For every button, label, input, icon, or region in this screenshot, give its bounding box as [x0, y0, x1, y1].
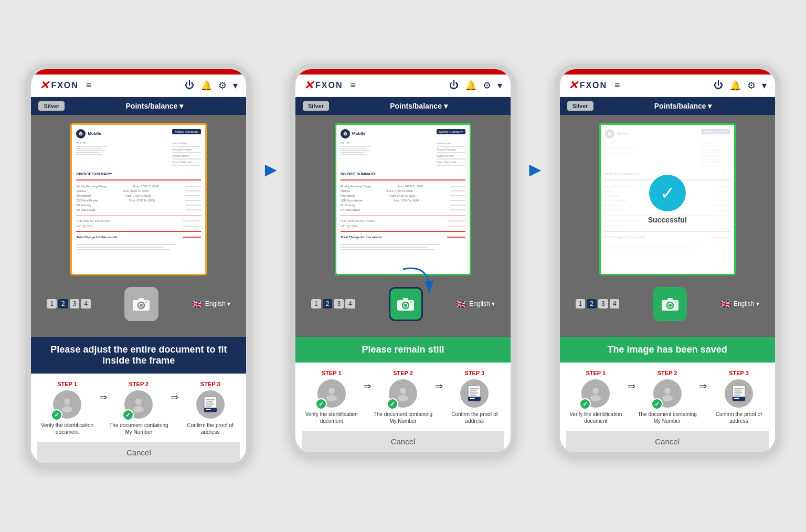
status-message: The image has been saved: [560, 337, 775, 363]
svg-point-6: [62, 406, 72, 412]
language-selector[interactable]: 🇬🇧 English ▾: [720, 299, 759, 309]
step-item-3: STEP 3 Confirm the proof of address: [445, 370, 504, 424]
nav-right: ⏻ 🔔 ⚙ ▾: [185, 80, 238, 91]
step-desc-3: Confirm the proof of address: [181, 422, 240, 435]
svg-rect-47: [734, 398, 739, 399]
document-frame: 🏠 Mobile Mobile Company BILL TO: Invoice…: [70, 123, 207, 275]
steps-row: STEP 1 ✓ Verify the identification docum…: [302, 370, 504, 424]
page-indicator-3[interactable]: 3: [598, 299, 608, 308]
menu-icon[interactable]: ≡: [350, 80, 356, 91]
language-selector[interactable]: 🇬🇧 English ▾: [192, 299, 231, 309]
camera-button[interactable]: [389, 287, 423, 321]
step-desc-2: The document containing My Number: [373, 411, 432, 424]
page-indicator-2[interactable]: 2: [58, 299, 68, 308]
step-label-3: STEP 3: [464, 370, 484, 376]
step-label-3: STEP 3: [200, 381, 220, 387]
step-desc-1: Verify the identification document: [566, 411, 625, 424]
controls-row: 1234 🇬🇧 English ▾: [39, 283, 238, 325]
camera-button[interactable]: [653, 287, 687, 321]
step-item-1: STEP 1 ✓ Verify the identification docum…: [566, 370, 625, 424]
phones-container: ✕ FXON ≡ ⏻ 🔔 ⚙ ▾ Silver Points/balance ▾: [26, 64, 780, 469]
svg-point-22: [326, 395, 337, 401]
page-indicator-2[interactable]: 2: [587, 299, 597, 308]
points-balance-label[interactable]: Points/balance ▾: [70, 102, 239, 110]
steps-section: STEP 1 ✓ Verify the identification docum…: [295, 363, 511, 452]
power-icon[interactable]: ⏻: [185, 80, 194, 91]
language-selector[interactable]: 🇬🇧 English ▾: [456, 299, 495, 309]
bell-icon[interactable]: 🔔: [729, 80, 741, 91]
page-indicator-3[interactable]: 3: [334, 299, 344, 308]
page-indicator-1[interactable]: 1: [311, 299, 321, 308]
svg-rect-31: [470, 398, 475, 399]
nav-bar: ✕ FXON ≡ ⏻ 🔔 ⚙ ▾: [31, 75, 246, 97]
gear-icon[interactable]: ⚙: [483, 80, 491, 91]
menu-icon[interactable]: ≡: [614, 80, 620, 91]
step-label-2: STEP 2: [657, 370, 677, 376]
camera-area: 🏠 Mobile Mobile Company BILL TO: Invoice…: [295, 115, 511, 337]
page-indicator-2[interactable]: 2: [323, 299, 333, 308]
phone-top-bar: [31, 69, 246, 75]
step-item-2: STEP 2 ✓ The document containing My Numb…: [638, 370, 697, 424]
svg-point-2: [140, 304, 143, 307]
silver-badge: Silver: [567, 101, 593, 111]
controls-row: 1234 🇬🇧 English ▾: [568, 283, 767, 325]
power-icon[interactable]: ⏻: [714, 80, 723, 91]
svg-point-7: [135, 399, 142, 405]
menu-icon[interactable]: ≡: [86, 80, 92, 91]
phone-3: ✕ FXON ≡ ⏻ 🔔 ⚙ ▾ Silver Points/balance ▾: [555, 64, 780, 457]
page-indicator-1[interactable]: 1: [576, 299, 586, 308]
nav-bar: ✕ FXON ≡ ⏻ 🔔 ⚙ ▾: [560, 75, 775, 97]
svg-point-39: [664, 388, 671, 394]
camera-area: 🏠 Mobile Mobile Company BILL TO: Invoice…: [560, 115, 775, 337]
steps-section: STEP 1 ✓ Verify the identification docum…: [31, 374, 246, 463]
logo-text: FXON: [51, 81, 78, 90]
step-icon-3: [460, 379, 489, 408]
step-check-1: ✓: [51, 409, 62, 421]
step-icon-bg-3: [196, 390, 225, 419]
page-indicators: 1234: [47, 299, 91, 308]
chevron-down-icon[interactable]: ▾: [762, 80, 767, 91]
step-desc-1: Verify the identification document: [37, 422, 97, 435]
camera-area: 🏠 Mobile Mobile Company BILL TO: Invoice…: [31, 115, 246, 337]
step-arrow-2: ⇒: [699, 380, 707, 392]
step-check-1: ✓: [315, 398, 327, 410]
svg-rect-29: [470, 395, 476, 396]
svg-rect-15: [206, 409, 211, 410]
cancel-button[interactable]: Cancel: [302, 431, 504, 452]
silver-badge: Silver: [38, 101, 65, 111]
step-desc-2: The document containing My Number: [638, 411, 697, 424]
phone-wrapper-3: ✕ FXON ≡ ⏻ 🔔 ⚙ ▾ Silver Points/balance ▾: [555, 64, 780, 457]
svg-rect-44: [734, 392, 743, 393]
language-label: English ▾: [469, 300, 495, 307]
chevron-down-icon[interactable]: ▾: [497, 80, 502, 91]
step-label-3: STEP 3: [729, 370, 749, 376]
camera-button[interactable]: [124, 287, 158, 321]
points-balance-label[interactable]: Points/balance ▾: [599, 102, 768, 110]
page-indicator-3[interactable]: 3: [70, 299, 80, 308]
step-check-2: ✓: [387, 398, 398, 410]
nav-left: ✕ FXON ≡: [39, 79, 91, 92]
page-indicator-1[interactable]: 1: [47, 299, 57, 308]
svg-point-38: [590, 395, 601, 401]
power-icon[interactable]: ⏻: [449, 80, 459, 91]
cancel-button[interactable]: Cancel: [566, 431, 769, 452]
page-indicator-4[interactable]: 4: [610, 299, 620, 308]
svg-rect-27: [470, 390, 477, 391]
bell-icon[interactable]: 🔔: [465, 80, 476, 91]
gear-icon[interactable]: ⚙: [747, 80, 756, 91]
cancel-button[interactable]: Cancel: [37, 442, 240, 463]
chevron-down-icon[interactable]: ▾: [233, 80, 238, 91]
svg-point-18: [404, 304, 407, 307]
step-desc-3: Confirm the proof of address: [445, 411, 504, 424]
phone-wrapper-1: ✕ FXON ≡ ⏻ 🔔 ⚙ ▾ Silver Points/balance ▾: [26, 64, 251, 469]
points-balance-label[interactable]: Points/balance ▾: [334, 102, 503, 110]
gear-icon[interactable]: ⚙: [218, 80, 227, 91]
svg-point-24: [398, 395, 408, 401]
page-indicator-4[interactable]: 4: [81, 299, 91, 308]
step-icon-2: ✓: [389, 379, 417, 408]
phone-1: ✕ FXON ≡ ⏻ 🔔 ⚙ ▾ Silver Points/balance ▾: [26, 64, 251, 469]
bell-icon[interactable]: 🔔: [200, 80, 212, 91]
step-label-2: STEP 2: [393, 370, 413, 376]
page-indicator-4[interactable]: 4: [345, 299, 355, 308]
svg-rect-3: [139, 298, 144, 301]
